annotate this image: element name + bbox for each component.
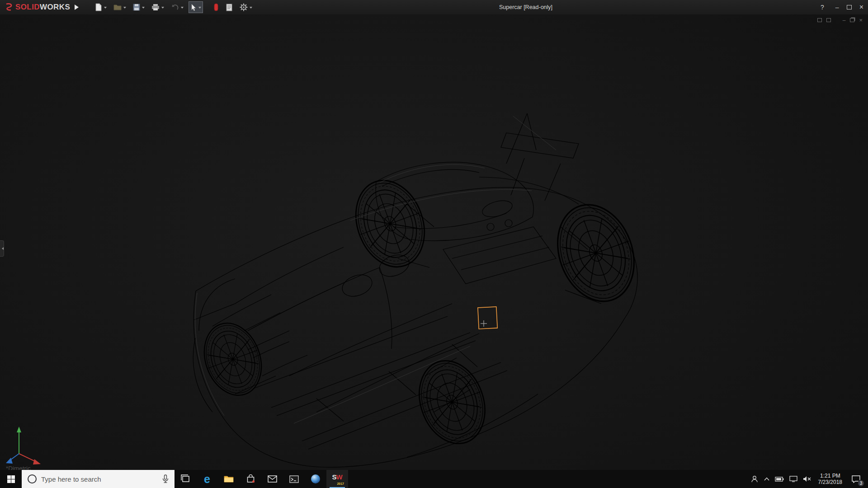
taskbar-search[interactable] — [22, 470, 175, 488]
ds-mark-icon — [5, 3, 14, 11]
dropdown-caret-icon[interactable] — [142, 7, 145, 10]
battery-icon — [775, 477, 784, 482]
doc-minimize-button[interactable]: – — [843, 17, 846, 23]
command-prompt-button[interactable] — [283, 470, 305, 488]
start-button[interactable] — [0, 470, 22, 488]
document-window-controls: – × — [817, 17, 863, 23]
collapse-arrow-icon — [0, 247, 4, 250]
solidworks-app-button[interactable]: SW 2017 — [326, 470, 348, 488]
windows-logo-icon — [7, 475, 15, 483]
doc-restore-button[interactable] — [850, 18, 854, 22]
task-view-icon — [181, 474, 190, 483]
people-icon — [750, 475, 759, 483]
taskbar-apps: e — [175, 470, 348, 488]
edge-button[interactable]: e — [196, 470, 218, 488]
tray-overflow-button[interactable] — [761, 470, 772, 488]
dropdown-caret-icon[interactable] — [181, 7, 184, 10]
window-title: Supercar [Read-only] — [499, 0, 552, 14]
orientation-triad — [6, 427, 41, 465]
volume-button[interactable] — [800, 470, 814, 488]
save-floppy-icon — [133, 4, 140, 11]
action-center-button[interactable]: 3 — [846, 470, 865, 488]
select-button[interactable] — [189, 1, 203, 13]
dropdown-caret-icon[interactable] — [198, 7, 201, 10]
battery-button[interactable] — [772, 470, 787, 488]
print-button[interactable] — [150, 1, 166, 13]
mail-icon — [268, 475, 277, 483]
chevron-up-icon — [764, 477, 769, 481]
panel-collapse-tab[interactable] — [0, 240, 4, 257]
people-button[interactable] — [748, 470, 761, 488]
view-orientation-label: *Dimetric — [6, 465, 31, 470]
store-button[interactable] — [240, 470, 261, 488]
car-highlight-edges — [195, 116, 556, 423]
edge-icon: e — [204, 474, 210, 485]
print-icon — [151, 4, 160, 11]
microphone-icon[interactable] — [162, 474, 169, 483]
clock[interactable]: 1:21 PM 7/23/2018 — [814, 473, 846, 485]
window-controls: ? – × — [821, 0, 863, 14]
open-folder-icon — [113, 4, 122, 11]
cortana-icon[interactable] — [28, 474, 37, 483]
sphere-app-button[interactable] — [305, 470, 326, 488]
options-button[interactable] — [238, 1, 254, 13]
solidworks-2017-icon: SW 2017 — [330, 473, 344, 485]
minimize-button[interactable]: – — [835, 4, 839, 10]
dropdown-caret-icon[interactable] — [123, 7, 126, 10]
mail-button[interactable] — [261, 470, 283, 488]
solidworks-logo: SOLIDWORKS — [0, 3, 70, 12]
new-document-button[interactable] — [93, 1, 108, 13]
dropdown-caret-icon[interactable] — [161, 7, 164, 10]
undo-button[interactable] — [169, 1, 185, 13]
system-tray: 1:21 PM 7/23/2018 3 — [748, 470, 868, 488]
clock-time: 1:21 PM — [818, 473, 842, 479]
sw-letter-w: W — [336, 473, 342, 481]
save-button[interactable] — [131, 1, 146, 13]
wireframe-model — [0, 14, 868, 470]
gear-icon — [240, 3, 248, 11]
pick-cursor-icon — [481, 320, 487, 327]
doc-pin-icon[interactable] — [817, 18, 822, 22]
help-button[interactable]: ? — [821, 4, 824, 10]
notification-badge: 3 — [858, 480, 864, 487]
rebuild-button[interactable] — [212, 1, 221, 13]
graphics-area[interactable]: – × *Dimetric — [0, 14, 868, 470]
dropdown-caret-icon[interactable] — [104, 7, 107, 10]
file-properties-button[interactable] — [224, 1, 235, 13]
store-bag-icon — [246, 474, 255, 483]
standard-toolbar — [93, 1, 254, 13]
search-input[interactable] — [41, 475, 156, 483]
sw-year-label: 2017 — [337, 482, 344, 485]
brand-works: WORKS — [40, 3, 70, 12]
undo-arrow-icon — [171, 4, 179, 11]
select-cursor-icon — [190, 4, 197, 11]
network-button[interactable] — [787, 470, 800, 488]
open-button[interactable] — [112, 1, 128, 13]
car-body — [193, 113, 637, 467]
brand-solid: SOLID — [15, 3, 40, 12]
titlebar: SOLIDWORKS — [0, 0, 868, 14]
command-prompt-icon — [289, 475, 299, 483]
doc-close-button[interactable]: × — [859, 17, 863, 23]
clock-date: 7/23/2018 — [818, 479, 842, 485]
selection-box — [478, 307, 497, 329]
file-explorer-button[interactable] — [218, 470, 240, 488]
network-icon — [789, 476, 797, 482]
file-explorer-icon — [224, 475, 234, 483]
menu-flyout-arrow-icon[interactable] — [75, 5, 81, 10]
doc-restore-up-icon[interactable] — [826, 18, 831, 22]
maximize-button[interactable] — [847, 5, 852, 9]
dropdown-caret-icon[interactable] — [250, 7, 252, 10]
rebuild-icon — [213, 3, 219, 11]
task-view-button[interactable] — [175, 470, 196, 488]
volume-muted-icon — [803, 476, 811, 482]
file-properties-icon — [226, 4, 233, 11]
new-document-icon — [95, 3, 102, 11]
close-button[interactable]: × — [859, 4, 863, 11]
blue-sphere-icon — [311, 474, 321, 484]
car-wheels — [195, 171, 647, 453]
taskbar: e — [0, 470, 868, 488]
